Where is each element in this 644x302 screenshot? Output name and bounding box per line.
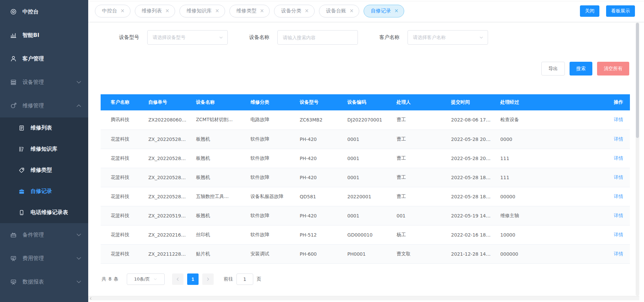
tab-6[interactable]: 设备台账×	[319, 5, 360, 17]
table-row-1: 腾讯科技ZX2022080600...ZCMT铝材切割...电路故障ZC63MB…	[101, 110, 630, 130]
tab-close-icon[interactable]: ×	[394, 8, 398, 13]
sidebar-item-self-repair-records[interactable]: 自修记录	[0, 181, 88, 202]
cell-submit-time: 2022-05-28 18:...	[446, 168, 495, 187]
cell-operation: 详情	[603, 110, 630, 130]
page-size-select[interactable]: 10条/页	[127, 273, 165, 285]
arrow-left-icon	[176, 277, 180, 281]
cell-device-code: DJ2022070001	[342, 110, 391, 130]
tab-bar: 中控台×维修列表×维修知识库×维修类型×设备分类×设备台账×自修记录× 关闭 看…	[88, 0, 644, 22]
customer-icon	[10, 55, 17, 62]
device-model-placeholder: 请选择设备型号	[153, 35, 219, 41]
tab-label: 维修类型	[236, 8, 257, 14]
cell-repair-category: 软件故障	[245, 130, 294, 149]
detail-link[interactable]: 详情	[614, 117, 623, 122]
sidebar-item-label: 维修管理	[22, 102, 44, 109]
sidebar-item-smart-bi[interactable]: 智能BI	[0, 23, 88, 47]
cell-operation: 详情	[603, 187, 630, 206]
cell-device-code: 20220001	[342, 187, 391, 206]
detail-link[interactable]: 详情	[614, 232, 623, 237]
cell-device-model: PH-420	[294, 206, 342, 225]
sidebar-item-data-reports[interactable]: 数据报表	[0, 270, 88, 294]
device-name-input[interactable]	[277, 30, 358, 45]
tab-close-icon[interactable]: ×	[350, 8, 354, 13]
cell-submit-time: 2022-05-28 18:...	[446, 187, 495, 206]
detail-link[interactable]: 详情	[614, 251, 623, 256]
detail-link[interactable]: 详情	[614, 213, 623, 218]
chevron-down-icon	[75, 279, 82, 285]
cell-customer-name: 花篮科技	[101, 225, 143, 244]
sidebar-item-label: 智能BI	[22, 32, 39, 39]
export-button[interactable]: 导出	[541, 62, 565, 76]
sidebar-submenu-repair-mgmt: 维修列表维修知识库维修类型自修记录电话维修记录表	[0, 117, 88, 223]
cell-customer-name: 花篮科技	[101, 130, 143, 149]
table-row-5: 花篮科技ZX_202205281...五轴数控工具...设备私服器故障QD581…	[101, 187, 630, 206]
cell-process-record: 10000	[495, 225, 603, 244]
sidebar-item-console[interactable]: 中控台	[0, 0, 88, 23]
sidebar-item-cost-mgmt[interactable]: 费用管理	[0, 247, 88, 270]
scroll-left-arrow[interactable]	[88, 296, 93, 301]
detail-link[interactable]: 详情	[614, 174, 623, 180]
sidebar-item-device-mgmt[interactable]: 设备管理	[0, 70, 88, 94]
sidebar-item-spare-parts-mgmt[interactable]: 备件管理	[0, 223, 88, 247]
tab-close-icon[interactable]: ×	[215, 8, 219, 13]
tab-close-icon[interactable]: ×	[305, 8, 309, 13]
vertical-scrollbar-thumb[interactable]	[636, 23, 639, 138]
device-model-select[interactable]: 请选择设备型号	[147, 30, 228, 45]
sidebar-item-label: 自修记录	[31, 188, 52, 195]
tab-7[interactable]: 自修记录×	[364, 5, 404, 17]
sidebar-item-repair-list[interactable]: 维修列表	[0, 117, 88, 139]
column-header-device-name: 设备名称	[191, 94, 245, 110]
records-table-section: 客户名称自修单号设备名称维修分类设备型号设备编码处理人提交时间处理经过操作 腾讯…	[101, 94, 630, 264]
sidebar-item-repair-type[interactable]: 维修类型	[0, 160, 88, 181]
sidebar-item-repair-knowledge[interactable]: 维修知识库	[0, 139, 88, 160]
cell-device-code: 0001	[342, 130, 391, 149]
sidebar-item-customer-mgmt[interactable]: 客户管理	[0, 47, 88, 70]
cell-device-name: 五轴数控工具...	[191, 187, 245, 206]
customer-name-placeholder: 请选择客户名称	[413, 35, 479, 41]
cell-device-model: PH-600	[294, 244, 342, 263]
cell-process-record: 0000	[495, 130, 603, 149]
cell-process-record: 000000	[495, 244, 603, 263]
goto-page-input[interactable]	[236, 273, 253, 285]
column-header-device-code: 设备编码	[342, 94, 391, 110]
sidebar-item-repair-mgmt[interactable]: 维修管理	[0, 94, 88, 117]
cell-operation: 详情	[603, 225, 630, 244]
horizontal-scrollbar[interactable]	[88, 296, 639, 300]
customer-name-select[interactable]: 请选择客户名称	[408, 30, 488, 45]
cell-device-code: 0001	[342, 206, 391, 225]
tab-close-icon[interactable]: ×	[120, 8, 125, 13]
cell-process-record: 00000	[495, 187, 603, 206]
page-number-button[interactable]: 1	[187, 273, 199, 285]
tab-5[interactable]: 设备分类×	[274, 5, 315, 17]
next-page-button[interactable]	[202, 273, 214, 285]
action-row: 导出 搜索 清空所有	[88, 62, 644, 76]
tab-1[interactable]: 中控台×	[95, 5, 130, 17]
tab-4[interactable]: 维修类型×	[229, 5, 270, 17]
tab-2[interactable]: 维修列表×	[135, 5, 175, 17]
column-header-repair-category: 维修分类	[245, 94, 294, 110]
cell-submit-time: 2022-05-19 14:...	[446, 206, 495, 225]
detail-link[interactable]: 详情	[614, 194, 623, 199]
board-display-button[interactable]: 看板展示	[606, 5, 635, 17]
sidebar-item-label: 设备管理	[22, 79, 44, 86]
vertical-scrollbar[interactable]	[636, 22, 639, 296]
report-icon	[10, 279, 17, 285]
detail-link[interactable]: 详情	[614, 136, 623, 142]
cell-device-code: 0001	[342, 168, 391, 187]
search-button[interactable]: 搜索	[570, 62, 592, 76]
detail-link[interactable]: 详情	[614, 155, 623, 161]
tab-close-icon[interactable]: ×	[165, 8, 170, 13]
sidebar-item-partial[interactable]	[0, 294, 88, 302]
prev-page-button[interactable]	[172, 273, 183, 285]
tab-3[interactable]: 维修知识库×	[179, 5, 225, 17]
cell-handler: 杨工	[391, 225, 446, 244]
sidebar-item-phone-repair-records[interactable]: 电话维修记录表	[0, 202, 88, 223]
cell-device-name: 板翘机	[191, 206, 245, 225]
close-button[interactable]: 关闭	[580, 5, 599, 17]
cell-order-no: ZX_202205282...	[143, 149, 191, 168]
tab-close-icon[interactable]: ×	[260, 8, 264, 13]
table-row-3: 花篮科技ZX_202205282...板翘机软件故障PH-4200001曹工20…	[101, 149, 630, 168]
cell-handler: 曹文取	[391, 244, 446, 263]
sidebar-item-label: 电话维修记录表	[31, 209, 68, 216]
clear-all-button[interactable]: 清空所有	[597, 62, 629, 76]
